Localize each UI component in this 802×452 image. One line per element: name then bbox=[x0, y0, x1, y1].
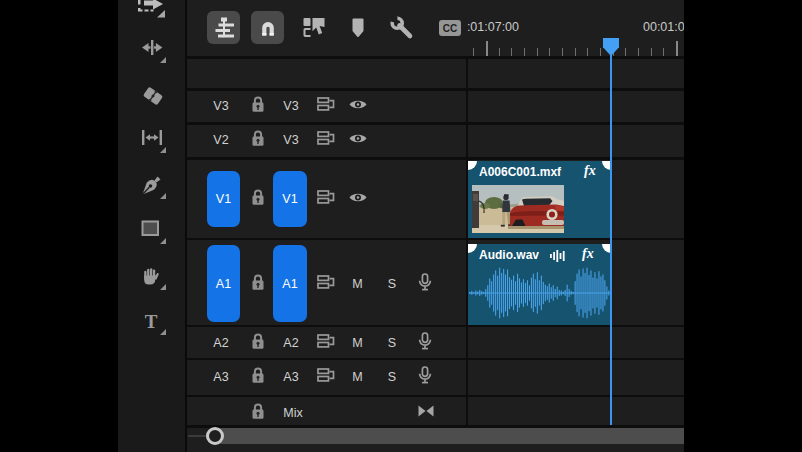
mute-toggle-a3[interactable]: M bbox=[352, 370, 362, 384]
tool-flyout-indicator bbox=[160, 238, 166, 244]
timeline-display-settings-button[interactable] bbox=[385, 11, 418, 44]
solo-toggle-a1[interactable]: S bbox=[388, 277, 396, 291]
tool-flyout-indicator bbox=[160, 57, 166, 63]
track-target-v1[interactable]: V1 bbox=[273, 171, 307, 227]
source-patch-v3[interactable]: V3 bbox=[213, 99, 228, 113]
video-clip-title: A006C001.mxf bbox=[479, 165, 561, 179]
tools-panel: T bbox=[118, 0, 185, 452]
sync-lock-icon[interactable] bbox=[317, 190, 335, 209]
source-patch-a2[interactable]: A2 bbox=[213, 336, 228, 350]
mic-icon[interactable] bbox=[418, 332, 432, 354]
marker-icon bbox=[352, 18, 364, 38]
audio-clip[interactable]: Audio.wav fx bbox=[468, 244, 611, 325]
ruler-timecode-label: 00:01:08:00 bbox=[643, 20, 684, 34]
nest-toggle[interactable] bbox=[207, 11, 240, 44]
lock-icon[interactable] bbox=[250, 366, 265, 388]
svg-text:T: T bbox=[145, 311, 158, 331]
eye-icon[interactable] bbox=[348, 190, 367, 208]
track-target-a2[interactable]: A2 bbox=[283, 336, 298, 350]
premiere-timeline-screenshot: { "toolbar": { "buttons": [ {"id": "nest… bbox=[0, 0, 802, 452]
add-marker-button[interactable] bbox=[341, 11, 374, 44]
video-thumbnail bbox=[472, 185, 564, 233]
rectangle-tool[interactable] bbox=[141, 220, 162, 241]
razor-tool[interactable] bbox=[141, 84, 162, 105]
tool-flyout-indicator bbox=[160, 193, 166, 199]
video-clip[interactable]: A006C001.mxffx bbox=[468, 161, 611, 238]
horizontal-scrollbar[interactable] bbox=[206, 428, 684, 444]
time-ruler[interactable]: 00:01:07:0000:01:08:00 bbox=[467, 0, 684, 57]
bowtie-icon[interactable] bbox=[417, 404, 434, 422]
track-target-a1[interactable]: A1 bbox=[273, 245, 307, 322]
mic-icon[interactable] bbox=[418, 273, 432, 295]
mute-toggle-a2[interactable]: M bbox=[352, 336, 362, 350]
lock-icon[interactable] bbox=[250, 402, 265, 424]
ripple-edit-tool[interactable] bbox=[141, 39, 162, 60]
snap-toggle[interactable] bbox=[251, 11, 284, 44]
wrench-icon bbox=[389, 15, 415, 41]
playhead-line bbox=[610, 55, 612, 425]
mix-track-label: Mix bbox=[283, 406, 302, 420]
nest-sequences-icon bbox=[213, 17, 235, 39]
eye-icon[interactable] bbox=[348, 97, 367, 115]
type-tool[interactable]: T bbox=[141, 311, 162, 332]
header-content-divider bbox=[466, 57, 468, 425]
ruler-timecode-label: 00:01:07:00 bbox=[467, 20, 519, 34]
ruler-major-tick bbox=[676, 41, 678, 57]
linked-selection-icon bbox=[303, 17, 325, 39]
sync-lock-icon[interactable] bbox=[317, 334, 335, 353]
scrollbar-groove bbox=[188, 435, 208, 437]
lock-icon[interactable] bbox=[250, 129, 265, 151]
eye-icon[interactable] bbox=[348, 131, 367, 149]
clip-corner-notch bbox=[468, 161, 477, 170]
audio-clip-title: Audio.wav bbox=[479, 248, 539, 262]
fx-badge[interactable]: fx bbox=[582, 246, 594, 262]
solo-toggle-a2[interactable]: S bbox=[388, 336, 396, 350]
track-target-a3[interactable]: A3 bbox=[283, 370, 298, 384]
magnet-icon bbox=[260, 20, 276, 36]
lock-icon[interactable] bbox=[250, 95, 265, 117]
lock-icon[interactable] bbox=[250, 273, 265, 295]
audio-waveform bbox=[469, 265, 610, 325]
lock-icon[interactable] bbox=[250, 332, 265, 354]
tool-flyout-indicator bbox=[160, 329, 166, 335]
tool-flyout-indicator bbox=[160, 147, 166, 153]
clip-corner-notch bbox=[468, 244, 477, 253]
timeline-panel: CC 00:01:07:0000:01:08:00 V3 V3 V2 V3 V1… bbox=[187, 0, 684, 452]
solo-toggle-a3[interactable]: S bbox=[388, 370, 396, 384]
sync-lock-icon[interactable] bbox=[317, 131, 335, 150]
mute-toggle-a1[interactable]: M bbox=[352, 277, 362, 291]
scrollbar-zoom-handle[interactable] bbox=[206, 427, 224, 445]
lock-icon[interactable] bbox=[250, 188, 265, 210]
slip-tool[interactable] bbox=[141, 129, 162, 150]
mic-icon[interactable] bbox=[418, 366, 432, 388]
track-select-forward-tool[interactable] bbox=[137, 0, 165, 18]
source-patch-a1[interactable]: A1 bbox=[207, 245, 240, 322]
hand-tool[interactable] bbox=[141, 266, 162, 287]
fx-badge[interactable]: fx bbox=[584, 163, 596, 179]
source-patch-a3[interactable]: A3 bbox=[213, 370, 228, 384]
ruler-major-tick bbox=[486, 41, 488, 57]
linked-selection-toggle[interactable] bbox=[297, 11, 330, 44]
track-target-v2[interactable]: V3 bbox=[283, 133, 298, 147]
captions-button[interactable]: CC bbox=[439, 20, 461, 36]
source-patch-v2[interactable]: V2 bbox=[213, 133, 228, 147]
source-patch-v1[interactable]: V1 bbox=[207, 171, 240, 227]
sync-lock-icon[interactable] bbox=[317, 97, 335, 116]
tool-flyout-indicator bbox=[160, 284, 166, 290]
track-target-v3[interactable]: V3 bbox=[283, 99, 298, 113]
pen-tool[interactable] bbox=[141, 175, 162, 196]
sync-lock-icon[interactable] bbox=[317, 275, 335, 294]
sync-lock-icon[interactable] bbox=[317, 368, 335, 387]
